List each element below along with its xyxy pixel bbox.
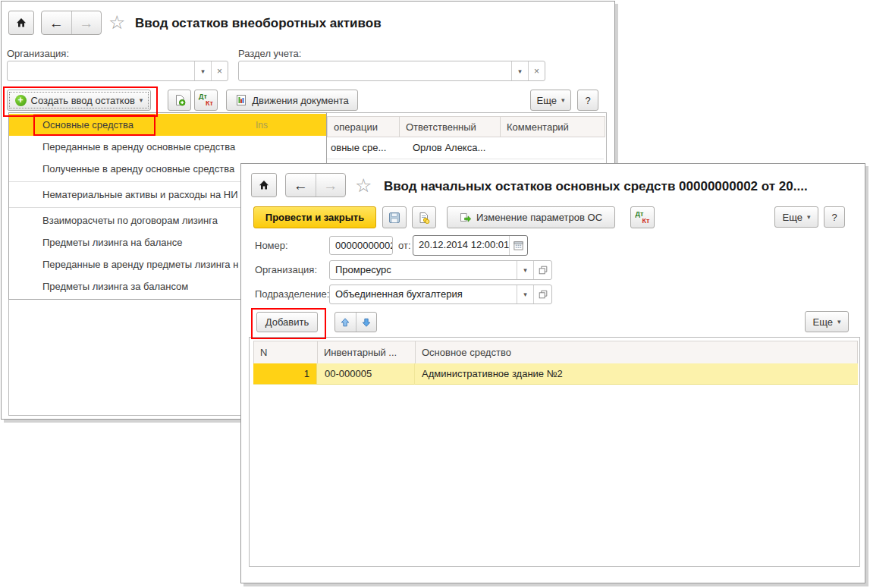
more-button[interactable]: Еще ▾ (774, 206, 818, 228)
org-filter-input[interactable]: ▾ × (7, 61, 228, 81)
help-button[interactable]: ? (577, 90, 598, 111)
dtkt-icon: ДтКт (636, 211, 650, 225)
document-coins-icon (418, 212, 430, 224)
save-button[interactable] (382, 206, 407, 228)
dept-value: Объединенная бухгалтерия (330, 285, 517, 303)
post-document-button[interactable] (412, 206, 436, 228)
org-value: Промресурс (330, 261, 517, 279)
table-more-button[interactable]: Еще ▾ (805, 311, 849, 332)
chevron-down-icon: ▾ (561, 97, 565, 104)
calendar-icon (513, 240, 524, 251)
forward-arrow-icon: → (79, 16, 93, 30)
chevron-down-icon: ▾ (201, 68, 205, 75)
date-input[interactable]: 20.12.2014 12:00:01 (413, 235, 528, 256)
section-filter-value (239, 61, 511, 80)
home-icon (258, 179, 270, 191)
org-filter-clear-button[interactable]: × (211, 61, 228, 80)
section-filter-clear-button[interactable]: × (528, 61, 545, 80)
org-dropdown-button[interactable]: ▾ (517, 261, 533, 279)
row-cell-asset[interactable]: Административное здание №2 (415, 363, 858, 385)
org-open-button[interactable] (533, 261, 551, 279)
show-postings-button[interactable]: ДтКт (630, 206, 655, 228)
window1-title: Ввод остатков внеоборотных активов (135, 16, 382, 31)
post-and-close-button[interactable]: Провести и закрыть (253, 206, 376, 228)
document-plus-icon (174, 94, 186, 106)
chevron-down-icon: ▾ (140, 97, 143, 104)
help-button[interactable]: ? (824, 206, 845, 228)
column-header-comment[interactable]: Комментарий (500, 116, 605, 137)
menu-item-leased-out-fixed-assets[interactable]: Переданные в аренду основные средства (9, 136, 326, 158)
forward-button[interactable]: → (316, 174, 346, 197)
number-input[interactable]: 00000000002 (329, 236, 393, 255)
open-link-icon (538, 265, 548, 275)
home-button[interactable] (251, 173, 277, 197)
dept-dropdown-button[interactable]: ▾ (517, 285, 533, 303)
column-header-responsible[interactable]: Ответственный (399, 116, 501, 137)
chevron-down-icon: ▾ (518, 68, 522, 75)
section-filter-dropdown-button[interactable]: ▾ (511, 61, 528, 80)
number-label: Номер: (255, 240, 288, 251)
org-input[interactable]: Промресурс ▾ (329, 260, 552, 280)
add-plus-icon: + (15, 95, 27, 106)
back-button[interactable]: ← (286, 174, 316, 197)
history-nav: ← → (285, 173, 346, 197)
dept-open-button[interactable] (533, 285, 551, 303)
forward-arrow-icon: → (323, 178, 338, 193)
forward-button[interactable]: → (71, 11, 102, 34)
chevron-down-icon: ▾ (523, 266, 527, 274)
dept-label: Подразделение: (255, 288, 329, 300)
more-button[interactable]: Еще ▾ (530, 90, 571, 111)
favorite-star-icon[interactable]: ☆ (108, 13, 125, 32)
back-arrow-icon: ← (49, 16, 64, 30)
window-document-fixed-assets: ← → ☆ Ввод начальных остатков основных с… (240, 163, 865, 583)
back-button[interactable]: ← (42, 11, 71, 34)
column-header-asset[interactable]: Основное средство (415, 341, 858, 364)
arrow-down-icon (361, 317, 372, 328)
move-row-group (334, 312, 377, 332)
create-button-label: Создать ввод остатков (31, 95, 135, 106)
menu-shortcut: Ins (256, 120, 268, 130)
report-icon (235, 94, 247, 106)
section-filter-input[interactable]: ▾ × (238, 61, 545, 81)
move-row-up-button[interactable] (335, 313, 356, 332)
change-os-params-button[interactable]: Изменение параметров ОС (447, 206, 615, 228)
chevron-down-icon: ▾ (837, 319, 841, 325)
date-label: от: (398, 240, 411, 251)
move-row-down-button[interactable] (356, 313, 377, 332)
row-operation-value: овные сре... (331, 142, 386, 153)
section-filter-label: Раздел учета: (238, 48, 301, 59)
number-value: 00000000002 (330, 237, 392, 254)
org-label: Организация: (255, 264, 317, 275)
row-cell-inventory[interactable]: 00-000005 (317, 363, 415, 385)
save-floppy-icon (388, 212, 400, 224)
home-button[interactable] (8, 11, 34, 35)
create-copy-button[interactable] (168, 90, 191, 111)
org-filter-dropdown-button[interactable]: ▾ (194, 61, 211, 80)
org-filter-value (8, 61, 194, 80)
org-filter-label: Организация: (7, 48, 69, 59)
document-movements-button[interactable]: Движения документа (226, 90, 358, 111)
arrow-up-icon (340, 317, 350, 328)
add-row-button[interactable]: Добавить (256, 312, 318, 332)
chevron-down-icon: ▾ (523, 291, 527, 298)
change-params-label: Изменение параметров ОС (476, 212, 602, 223)
favorite-star-icon[interactable]: ☆ (355, 176, 372, 195)
create-balance-entry-button[interactable]: + Создать ввод остатков ▾ (7, 90, 151, 111)
assets-table-region: N Инвентарный ... Основное средство 1 00… (249, 337, 860, 567)
change-params-icon (460, 212, 472, 224)
date-value: 20.12.2014 12:00:01 (413, 236, 509, 255)
row-cell-n[interactable]: 1 (253, 363, 317, 385)
movements-button-label: Движения документа (252, 95, 348, 106)
open-link-icon (538, 289, 548, 300)
menu-item-fixed-assets[interactable]: Основные средства Ins (9, 114, 326, 136)
column-header-n[interactable]: N (253, 341, 318, 364)
history-nav: ← → (41, 11, 102, 35)
column-header-inventory[interactable]: Инвентарный ... (317, 341, 416, 364)
close-icon: × (534, 66, 539, 77)
calendar-button[interactable] (509, 236, 527, 255)
chevron-down-icon: ▾ (807, 214, 811, 221)
dept-input[interactable]: Объединенная бухгалтерия ▾ (329, 285, 552, 304)
show-postings-button[interactable]: ДтКт (194, 90, 218, 111)
column-header-operation[interactable]: операции (327, 116, 400, 137)
close-icon: × (217, 66, 222, 77)
